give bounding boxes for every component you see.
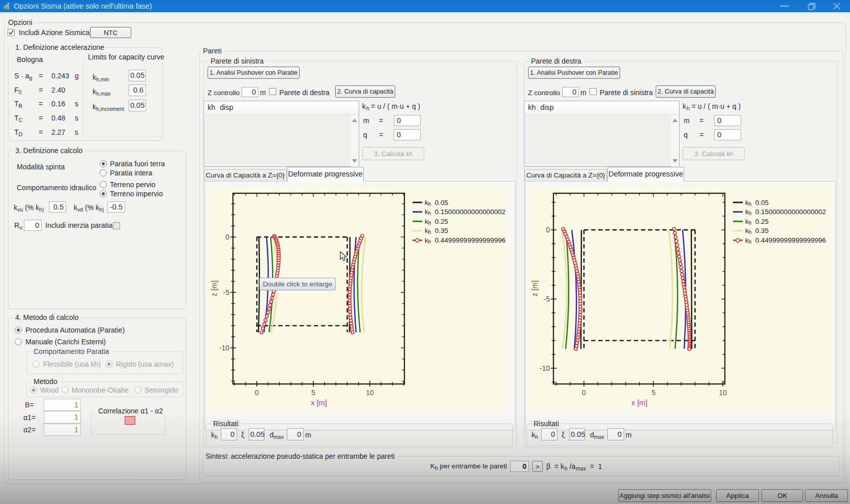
svg-text:-10: -10 xyxy=(219,344,229,352)
svg-text:x [m]: x [m] xyxy=(631,399,647,407)
svg-text:0: 0 xyxy=(255,389,259,397)
svg-text:kh 0.44999999999999996: kh 0.44999999999999996 xyxy=(425,236,506,245)
svg-text:5: 5 xyxy=(652,389,656,397)
svg-text:10: 10 xyxy=(719,389,727,397)
svg-text:x [m]: x [m] xyxy=(311,399,327,407)
svg-text:0: 0 xyxy=(582,389,586,397)
svg-text:kh 0.44999999999999996: kh 0.44999999999999996 xyxy=(745,236,826,245)
svg-text:z [m]: z [m] xyxy=(531,280,539,296)
svg-text:10: 10 xyxy=(366,389,374,397)
svg-text:-5: -5 xyxy=(223,288,230,297)
svg-text:0: 0 xyxy=(546,226,550,234)
svg-text:kh 0.15000000000000002: kh 0.15000000000000002 xyxy=(425,208,506,216)
svg-text:0: 0 xyxy=(225,233,229,241)
svg-text:kh 0.15000000000000002: kh 0.15000000000000002 xyxy=(745,208,826,216)
svg-text:z [m]: z [m] xyxy=(210,280,218,296)
svg-text:-10: -10 xyxy=(540,364,550,372)
svg-text:-5: -5 xyxy=(544,295,550,303)
svg-text:5: 5 xyxy=(311,389,315,397)
